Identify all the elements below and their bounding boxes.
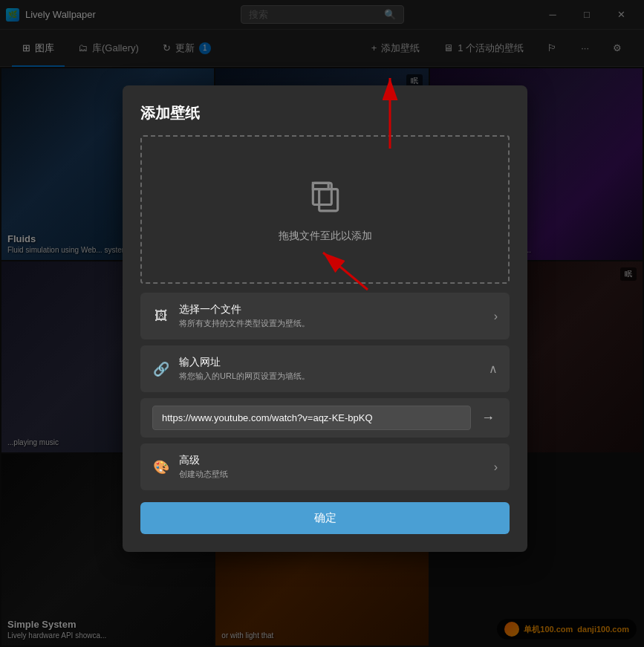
- dialog-title: 添加壁纸: [140, 103, 510, 123]
- url-input-row: →: [140, 398, 510, 438]
- advanced-text: 高级 创建动态壁纸: [179, 454, 485, 480]
- choose-file-desc: 将所有支持的文件类型设置为壁纸。: [179, 318, 485, 329]
- confirm-button[interactable]: 确定: [140, 502, 510, 534]
- enter-url-chevron: ∧: [489, 362, 498, 376]
- advanced-title: 高级: [179, 454, 485, 467]
- link-icon: 🔗: [152, 361, 170, 377]
- enter-url-title: 输入网址: [179, 356, 480, 369]
- enter-url-row[interactable]: 🔗 输入网址 将您输入的URL的网页设置为墙纸。 ∧: [140, 345, 510, 392]
- image-icon: 🖼: [152, 308, 170, 324]
- copy-icon: [307, 177, 344, 221]
- drop-zone[interactable]: 拖拽文件至此以添加: [140, 135, 510, 284]
- svg-rect-0: [319, 189, 337, 210]
- choose-file-chevron: ›: [494, 310, 498, 323]
- advanced-desc: 创建动态壁纸: [179, 469, 485, 480]
- enter-url-text: 输入网址 将您输入的URL的网页设置为墙纸。: [179, 356, 480, 382]
- choose-file-row[interactable]: 🖼 选择一个文件 将所有支持的文件类型设置为壁纸。 ›: [140, 293, 510, 339]
- add-wallpaper-dialog: 添加壁纸 拖拽文件至此以添加 🖼 选择一个文件 将所有支持的文件类型设置为壁纸。…: [123, 85, 527, 552]
- drop-text: 拖拽文件至此以添加: [279, 230, 372, 243]
- palette-icon: 🎨: [152, 459, 170, 475]
- choose-file-text: 选择一个文件 将所有支持的文件类型设置为壁纸。: [179, 303, 485, 329]
- url-input[interactable]: [152, 406, 471, 430]
- url-go-button[interactable]: →: [478, 407, 498, 429]
- choose-file-title: 选择一个文件: [179, 303, 485, 316]
- advanced-chevron: ›: [494, 461, 498, 474]
- enter-url-desc: 将您输入的URL的网页设置为墙纸。: [179, 371, 480, 382]
- advanced-row[interactable]: 🎨 高级 创建动态壁纸 ›: [140, 443, 510, 490]
